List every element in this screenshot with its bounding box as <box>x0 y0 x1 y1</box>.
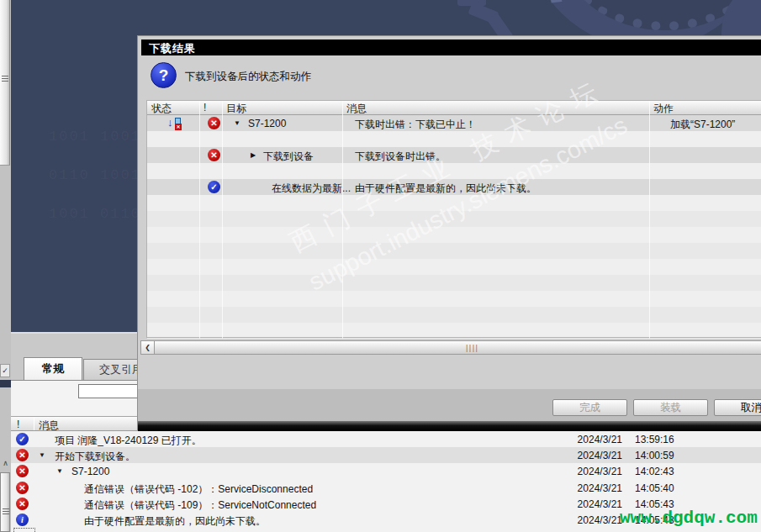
column-separator <box>222 101 223 339</box>
edge-check-icon[interactable]: ✓ <box>0 364 10 377</box>
error-icon: ✕ <box>16 482 29 494</box>
dialog-subtitle: 下载到设备后的状态和动作 <box>185 70 311 84</box>
error-icon: ✕ <box>16 465 29 477</box>
col-target: 目标 <box>226 102 246 116</box>
tab-general[interactable]: 常规 <box>24 357 82 380</box>
focus-rectangle <box>13 528 35 532</box>
tia-portal-screen: { "dialog": { "title": "下载结果", "subtitle… <box>0 0 761 532</box>
expander-open-icon[interactable]: ▼ <box>234 119 240 127</box>
success-icon: ✓ <box>16 433 29 445</box>
empty-table-row[interactable] <box>147 323 761 339</box>
table-header[interactable]: 状态 ! 目标 消息 动作 <box>147 101 761 115</box>
error-icon: ✕ <box>208 149 220 161</box>
left-rail: ✓ ∧ <box>0 0 11 532</box>
download-result-table: 状态 ! 目标 消息 动作 ↓ ✕ ✕ ▼ S7-1200 下载时出错：下载已中… <box>146 100 761 338</box>
message-text: 项目 润隆_V18-240129 已打开。 <box>55 434 202 448</box>
rail-divider <box>0 380 11 387</box>
message-text: S7-1200 <box>71 466 109 477</box>
horizontal-scrollbar[interactable]: ❮ |||| <box>140 340 761 355</box>
success-icon: ✓ <box>208 181 220 193</box>
col-message: 消息 <box>346 102 367 116</box>
target-cell: 下载到设备 <box>263 150 314 164</box>
empty-table-row[interactable] <box>147 307 761 323</box>
result-row-online-data[interactable]: ✓ 在线数据为最新... 由于硬件配置是最新的，因此尚未下载。 <box>147 179 761 195</box>
col-alert: ! <box>203 102 206 113</box>
empty-table-row[interactable] <box>147 275 761 291</box>
empty-table-row[interactable] <box>147 195 761 211</box>
splitter-grip-icon <box>2 76 8 82</box>
dialog-bottom-edge <box>138 421 761 431</box>
download-results-dialog: 下载结果 ? 下载到设备后的状态和动作 状态 ! 目标 消息 动作 ↓ ✕ ✕ … <box>137 35 761 430</box>
message-date: 2024/3/21 <box>555 450 622 461</box>
partial-message-row[interactable] <box>11 528 761 532</box>
message-cell: 下载到设备时出错。 <box>355 150 446 164</box>
gear-circle-right <box>721 0 761 40</box>
message-text: 通信错误（错误代码 -102）：ServiceDisconnected <box>84 482 313 497</box>
target-cell: 在线数据为最新... <box>272 182 351 196</box>
message-text: 开始下载到设备。 <box>55 450 135 464</box>
column-separator <box>649 101 650 339</box>
dialog-title: 下载结果 <box>149 41 196 56</box>
message-time: 14:02:43 <box>635 466 674 477</box>
message-text: 通信错误（错误代码 -109）：ServiceNotConnected <box>84 498 316 513</box>
column-separator <box>199 101 200 339</box>
error-badge-icon: ✕ <box>175 124 182 130</box>
scroll-left-button[interactable]: ❮ <box>141 341 155 354</box>
message-cell: 由于硬件配置是最新的，因此尚未下载。 <box>355 182 536 196</box>
alert-column-header: ! <box>17 419 19 430</box>
error-icon: ✕ <box>16 449 29 461</box>
column-separator <box>342 101 343 339</box>
message-row[interactable]: ✕ ▼ 开始下载到设备。 2024/3/21 14:00:59 <box>11 447 761 463</box>
expander-closed-icon[interactable]: ▶ <box>251 151 256 159</box>
empty-table-row[interactable] <box>147 243 761 259</box>
gear-graphic <box>437 0 761 40</box>
error-icon: ✕ <box>16 498 29 510</box>
message-date: 2024/3/21 <box>555 434 622 445</box>
col-status: 状态 <box>151 102 172 116</box>
site-watermark: www.dgdqw.com <box>620 508 758 528</box>
result-row-s7-1200[interactable]: ↓ ✕ ✕ ▼ S7-1200 下载时出错：下载已中止！ 加载“S7-1200” <box>147 115 761 131</box>
empty-table-row[interactable] <box>147 291 761 307</box>
action-cell: 加载“S7-1200” <box>670 118 735 132</box>
error-icon: ✕ <box>208 117 220 129</box>
dialog-title-bar[interactable]: 下载结果 <box>141 40 761 55</box>
message-time: 13:59:16 <box>635 434 674 445</box>
empty-table-row[interactable] <box>147 259 761 275</box>
download-arrow-icon: ↓ <box>167 116 173 129</box>
message-row[interactable]: ✕ 通信错误（错误代码 -102）：ServiceDisconnected 20… <box>11 480 761 496</box>
empty-table-row[interactable] <box>147 227 761 243</box>
load-button[interactable]: 装载 <box>633 399 708 416</box>
column-separator <box>34 417 34 430</box>
gear-tooth <box>457 0 486 6</box>
result-row-download-to-device[interactable]: ✕ ▶ 下载到设备 下载到设备时出错。 <box>147 147 761 163</box>
message-date: 2024/3/21 <box>555 482 622 494</box>
scrollbar-grip-icon[interactable]: |||| <box>466 344 478 352</box>
bottom-splitter-bar[interactable] <box>0 472 10 532</box>
col-action: 动作 <box>653 102 674 116</box>
finish-button[interactable]: 完成 <box>552 399 627 416</box>
binary-texture: 1001 1001 0110 1001 1001 0110 <box>49 118 150 234</box>
message-row[interactable]: ✓ 项目 润隆_V18-240129 已打开。 2024/3/21 13:59:… <box>11 431 761 447</box>
left-splitter-bar[interactable] <box>0 0 10 166</box>
download-error-status-icon: ↓ ✕ <box>167 117 182 129</box>
empty-table-row[interactable] <box>147 131 761 147</box>
message-text: 由于硬件配置是最新的，因此尚未下载。 <box>84 514 266 529</box>
splitter-grip-icon <box>3 508 9 515</box>
empty-table-row[interactable] <box>147 163 761 179</box>
dialog-button-strip: 完成 装载 取消 <box>138 389 761 421</box>
empty-table-row[interactable] <box>147 211 761 227</box>
expander-open-icon[interactable]: ▼ <box>39 451 45 459</box>
message-row[interactable]: ✕ ▼ S7-1200 2024/3/21 14:02:43 <box>11 463 761 479</box>
help-icon: ? <box>151 62 177 88</box>
tab-general-label: 常规 <box>42 362 64 375</box>
message-cell: 下载时出错：下载已中止！ <box>355 118 476 132</box>
message-date: 2024/3/21 <box>555 466 622 477</box>
message-time: 14:00:59 <box>635 450 674 461</box>
collapse-up-icon[interactable]: ∧ <box>1 459 10 467</box>
target-cell: S7-1200 <box>248 118 286 129</box>
cancel-button[interactable]: 取消 <box>714 399 761 416</box>
info-icon: i <box>16 514 29 526</box>
expander-open-icon[interactable]: ▼ <box>56 467 63 475</box>
message-time: 14:05:40 <box>635 482 674 494</box>
message-date: 2024/3/21 <box>555 514 622 526</box>
